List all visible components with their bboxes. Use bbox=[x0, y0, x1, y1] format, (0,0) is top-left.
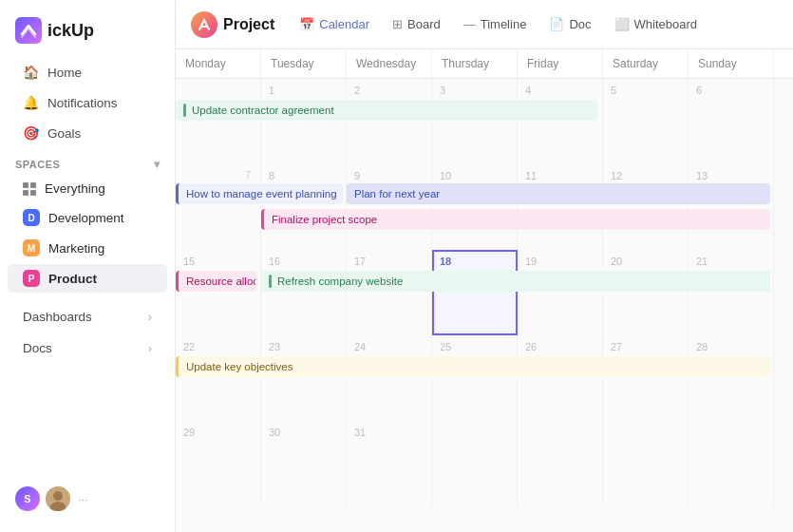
cell-w3-wed[interactable]: 17 bbox=[347, 250, 432, 335]
cell-w4-wed[interactable]: 24 bbox=[347, 335, 432, 421]
date-num: 23 bbox=[269, 341, 280, 352]
tab-doc[interactable]: 📄 Doc bbox=[539, 11, 600, 37]
cell-w3-thu[interactable]: 18 bbox=[432, 250, 518, 335]
cell-w5-thu[interactable] bbox=[432, 421, 518, 506]
week-row-2: 7 8 9 10 11 12 13 How to manage event pl… bbox=[176, 164, 793, 250]
cell-w4-thu[interactable]: 25 bbox=[432, 335, 518, 421]
cell-w1-sat[interactable]: 5 bbox=[603, 79, 689, 164]
week-1-cells: 1 2 3 4 5 6 bbox=[176, 79, 793, 164]
date-num: 18 bbox=[440, 256, 451, 267]
week-5-cells: 29 30 31 bbox=[176, 421, 793, 506]
date-num: 3 bbox=[440, 85, 445, 96]
docs-section[interactable]: Docs › bbox=[8, 333, 167, 363]
logo-text: ickUp bbox=[47, 21, 94, 41]
calendar-area[interactable]: Monday Tuesday Wednesday Thursday Friday… bbox=[176, 49, 793, 532]
cell-w1-fri[interactable]: 4 bbox=[518, 79, 603, 164]
nav-goals[interactable]: 🎯 Goals bbox=[8, 119, 167, 147]
cell-w2-fri[interactable]: 11 bbox=[518, 164, 603, 250]
cell-w1-thu[interactable]: 3 bbox=[432, 79, 518, 164]
svg-point-2 bbox=[53, 491, 63, 501]
cell-w2-tue[interactable]: 8 bbox=[261, 164, 347, 250]
cell-w2-wed[interactable]: 9 bbox=[347, 164, 432, 250]
cell-w5-mon[interactable]: 29 bbox=[176, 421, 261, 506]
cell-w2-sat[interactable]: 12 bbox=[603, 164, 689, 250]
date-num: 9 bbox=[354, 170, 360, 181]
date-num: 26 bbox=[525, 341, 537, 352]
sidebar-item-development[interactable]: D Development bbox=[8, 203, 167, 232]
avatar-more-icon[interactable]: ··· bbox=[78, 492, 88, 506]
cell-w4-sun[interactable]: 28 bbox=[689, 335, 774, 421]
cell-w4-tue[interactable]: 23 bbox=[261, 335, 347, 421]
development-dot: D bbox=[23, 209, 40, 226]
date-num: 30 bbox=[269, 427, 280, 438]
week-row-3: 15 16 17 18 19 20 21 Resource allocation… bbox=[176, 250, 793, 335]
cell-w4-fri[interactable]: 26 bbox=[518, 335, 603, 421]
dashboards-label: Dashboards bbox=[23, 310, 92, 324]
logo-icon bbox=[15, 17, 42, 44]
cell-w5-tue[interactable]: 30 bbox=[261, 421, 347, 506]
sidebar-item-product[interactable]: P Product bbox=[8, 264, 167, 293]
date-num: 1 bbox=[269, 85, 274, 96]
nav-notifications[interactable]: 🔔 Notifications bbox=[8, 88, 167, 117]
date-num: 6 bbox=[696, 85, 702, 96]
cell-w5-sat[interactable] bbox=[603, 421, 689, 506]
date-num: 28 bbox=[696, 341, 708, 352]
home-icon: 🏠 bbox=[23, 65, 38, 80]
date-num: 8 bbox=[269, 170, 274, 181]
spaces-label: Spaces bbox=[15, 159, 60, 170]
cell-w4-sat[interactable]: 27 bbox=[603, 335, 689, 421]
cell-w3-tue[interactable]: 16 bbox=[261, 250, 347, 335]
cell-w5-wed[interactable]: 31 bbox=[347, 421, 432, 506]
avatar-s[interactable]: S bbox=[15, 486, 40, 511]
day-wednesday: Wednesday bbox=[347, 49, 432, 78]
topbar: Project 📅 Calendar ⊞ Board — Timeline 📄 … bbox=[176, 0, 793, 49]
docs-chevron-icon: › bbox=[148, 341, 152, 355]
tab-timeline[interactable]: — Timeline bbox=[454, 11, 537, 37]
day-thursday: Thursday bbox=[432, 49, 518, 78]
cell-w3-sat[interactable]: 20 bbox=[603, 250, 689, 335]
timeline-icon: — bbox=[463, 17, 476, 31]
logo-area: ickUp bbox=[0, 11, 175, 57]
tab-board[interactable]: ⊞ Board bbox=[383, 11, 450, 37]
week-row-5: 29 30 31 bbox=[176, 421, 793, 506]
cell-w3-mon[interactable]: 15 bbox=[176, 250, 261, 335]
cell-w1-tue[interactable]: 1 bbox=[261, 79, 347, 164]
everything-label: Everything bbox=[45, 181, 105, 196]
cell-w1-wed[interactable]: 2 bbox=[347, 79, 432, 164]
cell-w5-sun[interactable] bbox=[689, 421, 774, 506]
cell-w4-mon[interactable]: 22 bbox=[176, 335, 261, 421]
cell-w1-sun[interactable]: 6 bbox=[689, 79, 774, 164]
tab-calendar[interactable]: 📅 Calendar bbox=[290, 11, 379, 37]
week-2-cells: 7 8 9 10 11 12 13 bbox=[176, 164, 793, 250]
date-num: 21 bbox=[696, 256, 708, 267]
cell-w2-mon[interactable]: 7 bbox=[176, 164, 261, 250]
date-num: 16 bbox=[269, 256, 280, 267]
nav-home[interactable]: 🏠 Home bbox=[8, 58, 167, 86]
date-num: 2 bbox=[354, 85, 360, 96]
cell-w1-mon[interactable] bbox=[176, 79, 261, 164]
cell-w3-sun[interactable]: 21 bbox=[689, 250, 774, 335]
tab-whiteboard-label: Whiteboard bbox=[634, 17, 697, 31]
date-num: 29 bbox=[183, 427, 195, 438]
cell-w3-fri[interactable]: 19 bbox=[518, 250, 603, 335]
date-num: 17 bbox=[354, 256, 366, 267]
chevron-down-icon[interactable]: ▾ bbox=[154, 158, 160, 171]
date-num: 22 bbox=[183, 341, 195, 352]
project-title: Project bbox=[223, 16, 274, 33]
date-num: 25 bbox=[440, 341, 451, 352]
tab-whiteboard[interactable]: ⬜ Whiteboard bbox=[605, 11, 707, 37]
development-label: Development bbox=[48, 211, 124, 225]
cell-w2-thu[interactable]: 10 bbox=[432, 164, 518, 250]
dashboards-chevron-icon: › bbox=[148, 310, 152, 324]
cell-w2-sun[interactable]: 13 bbox=[689, 164, 774, 250]
day-friday: Friday bbox=[518, 49, 603, 78]
week-3-cells: 15 16 17 18 19 20 21 bbox=[176, 250, 793, 335]
sidebar-item-marketing[interactable]: M Marketing bbox=[8, 234, 167, 262]
cell-w5-fri[interactable] bbox=[518, 421, 603, 506]
spaces-header: Spaces ▾ bbox=[0, 148, 175, 175]
date-num: 13 bbox=[696, 170, 708, 181]
dashboards-section[interactable]: Dashboards › bbox=[8, 302, 167, 332]
week-row-1: 1 2 3 4 5 6 Update contractor agreement bbox=[176, 79, 793, 164]
sidebar-item-everything[interactable]: Everything bbox=[8, 176, 167, 201]
avatar-photo[interactable] bbox=[46, 486, 70, 511]
